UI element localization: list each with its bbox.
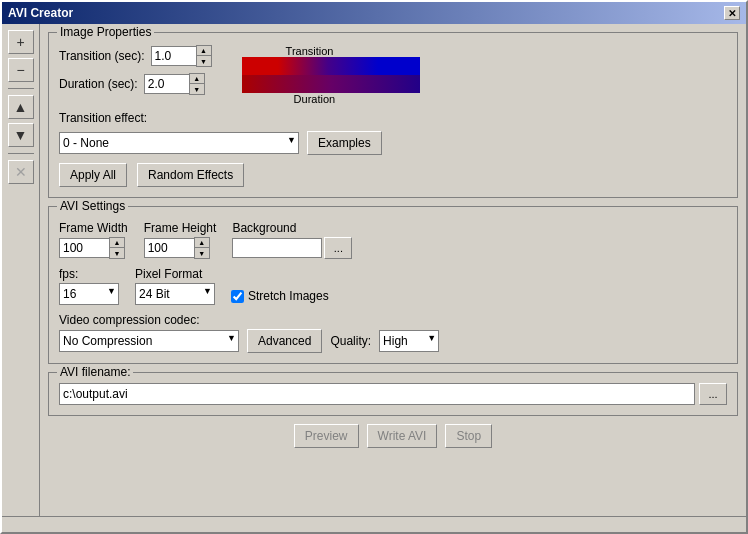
examples-button[interactable]: Examples [307, 131, 382, 155]
status-bar [2, 516, 746, 532]
transition-spinner-btns: ▲ ▼ [196, 45, 212, 67]
main-area: Image Properties Transition (sec): ▲ ▼ [40, 24, 746, 516]
frame-width-up[interactable]: ▲ [110, 238, 124, 248]
fps-field: fps: 16 [59, 267, 119, 305]
frame-height-label: Frame Height [144, 221, 217, 235]
frame-width-down[interactable]: ▼ [110, 248, 124, 258]
pixel-format-select[interactable]: 24 Bit [135, 283, 215, 305]
frame-height-down[interactable]: ▼ [195, 248, 209, 258]
random-effects-button[interactable]: Random Effects [137, 163, 244, 187]
avi-filename-group: AVI filename: ... [48, 372, 738, 416]
vis-blue-bar [378, 57, 420, 75]
minus-button[interactable]: − [8, 58, 34, 82]
transition-input[interactable] [151, 46, 196, 66]
sidebar: + − ▲ ▼ ✕ [2, 24, 40, 516]
codec-section: Video compression codec: No Compression … [59, 313, 727, 353]
stretch-images-checkbox[interactable] [231, 290, 244, 303]
codec-select[interactable]: No Compression [59, 330, 239, 352]
fps-select-wrap: 16 [59, 283, 119, 305]
quality-label: Quality: [330, 334, 371, 348]
image-props-controls: Transition (sec): ▲ ▼ Duration [59, 45, 212, 105]
codec-control-row: No Compression Advanced Quality: High [59, 329, 727, 353]
stretch-images-control: Stretch Images [231, 289, 329, 303]
main-window: AVI Creator ✕ + − ▲ ▼ ✕ Image Properties [0, 0, 748, 534]
frame-height-input[interactable] [144, 238, 194, 258]
fps-select[interactable]: 16 [59, 283, 119, 305]
advanced-button[interactable]: Advanced [247, 329, 322, 353]
avi-settings-label: AVI Settings [57, 199, 128, 213]
avi-fields-row: Frame Width ▲ ▼ Frame Height [59, 221, 727, 259]
codec-label: Video compression codec: [59, 313, 727, 327]
duration-label: Duration (sec): [59, 77, 138, 91]
duration-spinner-btns: ▲ ▼ [189, 73, 205, 95]
avi-filename-label: AVI filename: [57, 365, 133, 379]
image-props-label: Image Properties [57, 25, 154, 39]
duration-row: Duration (sec): ▲ ▼ [59, 73, 212, 95]
effect-section: Transition effect: 0 - None Examples App… [59, 111, 727, 187]
background-control: ... [232, 237, 352, 259]
frame-height-field: Frame Height ▲ ▼ [144, 221, 217, 259]
fps-label: fps: [59, 267, 119, 281]
vis-gradient-bar [278, 57, 378, 75]
effect-label-row: Transition effect: [59, 111, 727, 125]
image-properties-group: Image Properties Transition (sec): ▲ ▼ [48, 32, 738, 198]
apply-all-button[interactable]: Apply All [59, 163, 127, 187]
effect-control-row: 0 - None Examples [59, 131, 727, 155]
transition-row: Transition (sec): ▲ ▼ [59, 45, 212, 67]
frame-width-label: Frame Width [59, 221, 128, 235]
add-button[interactable]: + [8, 30, 34, 54]
stretch-images-field: Stretch Images [231, 267, 329, 305]
quality-select[interactable]: High [379, 330, 439, 352]
filename-row: ... [59, 383, 727, 405]
fps-pixel-row: fps: 16 Pixel Format 24 Bit [59, 267, 727, 305]
transition-spinner: ▲ ▼ [151, 45, 212, 67]
pixel-format-select-wrap: 24 Bit [135, 283, 215, 305]
sidebar-divider-2 [8, 153, 34, 154]
transition-label: Transition (sec): [59, 49, 145, 63]
duration-up-btn[interactable]: ▲ [190, 74, 204, 84]
filename-input[interactable] [59, 383, 695, 405]
frame-height-spinner: ▲ ▼ [144, 237, 217, 259]
frame-height-up[interactable]: ▲ [195, 238, 209, 248]
vis-duration-bar [242, 75, 420, 93]
vis-transition-label: Transition [286, 45, 420, 57]
frame-width-spinner: ▲ ▼ [59, 237, 128, 259]
transition-visual: Transition Duration [242, 45, 420, 105]
duration-down-btn[interactable]: ▼ [190, 84, 204, 94]
stop-button[interactable]: Stop [445, 424, 492, 448]
duration-input[interactable] [144, 74, 189, 94]
stretch-images-label: Stretch Images [248, 289, 329, 303]
action-btn-row: Apply All Random Effects [59, 163, 727, 187]
background-label: Background [232, 221, 352, 235]
effect-label: Transition effect: [59, 111, 147, 125]
vis-duration-label: Duration [294, 93, 420, 105]
effect-select-wrap: 0 - None [59, 132, 299, 154]
footer-buttons: Preview Write AVI Stop [48, 424, 738, 448]
duration-bar-container [242, 75, 420, 93]
transition-down-btn[interactable]: ▼ [197, 56, 211, 66]
close-button[interactable]: ✕ [724, 6, 740, 20]
pixel-format-field: Pixel Format 24 Bit [135, 267, 215, 305]
up-button[interactable]: ▲ [8, 95, 34, 119]
preview-button[interactable]: Preview [294, 424, 359, 448]
duration-spinner: ▲ ▼ [144, 73, 205, 95]
title-bar: AVI Creator ✕ [2, 2, 746, 24]
frame-height-spinner-btns: ▲ ▼ [194, 237, 210, 259]
sidebar-divider-1 [8, 88, 34, 89]
effect-select[interactable]: 0 - None [59, 132, 299, 154]
background-browse-btn[interactable]: ... [324, 237, 352, 259]
frame-width-field: Frame Width ▲ ▼ [59, 221, 128, 259]
frame-width-input[interactable] [59, 238, 109, 258]
transition-up-btn[interactable]: ▲ [197, 46, 211, 56]
vis-red-bar [242, 57, 278, 75]
pixel-format-label: Pixel Format [135, 267, 215, 281]
write-avi-button[interactable]: Write AVI [367, 424, 438, 448]
background-input[interactable] [232, 238, 322, 258]
delete-button[interactable]: ✕ [8, 160, 34, 184]
transition-bar-container [242, 57, 420, 75]
frame-width-spinner-btns: ▲ ▼ [109, 237, 125, 259]
filename-browse-btn[interactable]: ... [699, 383, 727, 405]
codec-select-wrap: No Compression [59, 330, 239, 352]
background-field: Background ... [232, 221, 352, 259]
down-button[interactable]: ▼ [8, 123, 34, 147]
